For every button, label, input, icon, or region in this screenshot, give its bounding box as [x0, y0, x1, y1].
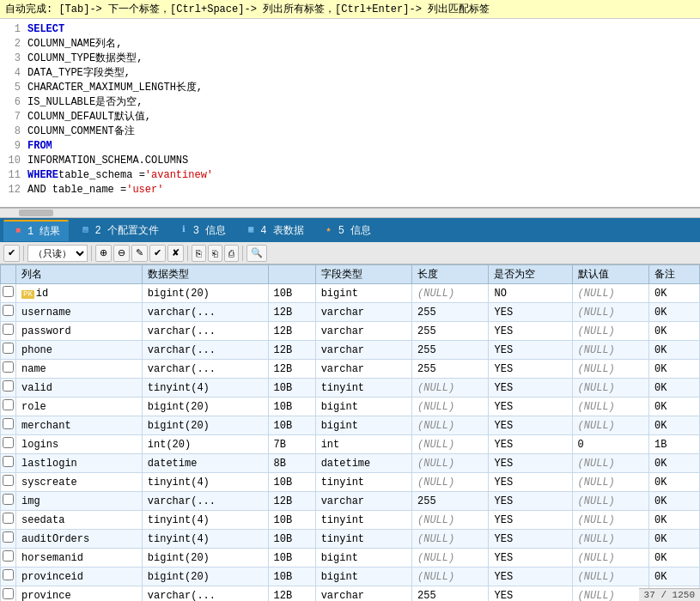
- cell-size: 12B: [268, 586, 315, 602]
- cell-default: (NULL): [572, 492, 648, 511]
- cell-default: (NULL): [572, 473, 648, 492]
- checkbox-input[interactable]: [3, 513, 14, 524]
- hscroll-bar[interactable]: [0, 208, 700, 218]
- tab-icon-info: ℹ: [178, 224, 190, 236]
- tab-info[interactable]: ℹ3 信息: [169, 221, 234, 240]
- toolbar-btn-search[interactable]: 🔍: [247, 245, 267, 262]
- tab-tabledata[interactable]: ▦4 表数据: [236, 221, 312, 240]
- sql-editor[interactable]: 1SELECT2 COLUMN_NAME 列名,3 COLUMN_TYPE 数据…: [0, 19, 700, 208]
- row-checkbox[interactable]: [1, 435, 16, 454]
- row-checkbox[interactable]: [1, 303, 16, 322]
- table-row[interactable]: usernamevarchar(...12Bvarchar255YES(NULL…: [1, 303, 700, 322]
- table-row[interactable]: provincevarchar(...12Bvarchar255YES(NULL…: [1, 586, 700, 602]
- table-row[interactable]: namevarchar(...12Bvarchar255YES(NULL)0K: [1, 360, 700, 379]
- row-checkbox[interactable]: [1, 379, 16, 398]
- checkbox-input[interactable]: [3, 418, 14, 429]
- table-row[interactable]: PKidbigint(20)10Bbigint(NULL)NO(NULL)0K: [1, 284, 700, 303]
- table-row[interactable]: seedatatinyint(4)10Btinyint(NULL)YES(NUL…: [1, 511, 700, 530]
- col-header-size: [268, 265, 315, 284]
- table-row[interactable]: lastlogindatetime8Bdatetime(NULL)YES(NUL…: [1, 454, 700, 473]
- cell-fieldtype: varchar: [315, 360, 411, 379]
- checkbox-input[interactable]: [3, 550, 14, 562]
- row-checkbox[interactable]: [1, 284, 16, 303]
- table-row[interactable]: auditOrderstinyint(4)10Btinyint(NULL)YES…: [1, 530, 700, 549]
- cell-default: (NULL): [572, 379, 648, 398]
- row-checkbox[interactable]: [1, 549, 16, 568]
- row-checkbox[interactable]: [1, 473, 16, 492]
- cell-length: (NULL): [412, 530, 489, 549]
- toolbar-btn-cancel[interactable]: ✘: [167, 245, 184, 262]
- checkbox-input[interactable]: [3, 531, 14, 543]
- table-row[interactable]: horsemanidbigint(20)10Bbigint(NULL)YES(N…: [1, 549, 700, 568]
- table-row[interactable]: loginsint(20)7Bint(NULL)YES01B: [1, 435, 700, 454]
- tab-msg[interactable]: ★5 信息: [314, 221, 380, 240]
- readonly-select[interactable]: （只读）: [27, 245, 88, 262]
- cell-fieldtype: tinyint: [315, 473, 411, 492]
- checkbox-input[interactable]: [3, 569, 14, 580]
- sql-token-alias: 列名,: [95, 37, 122, 52]
- checkbox-input[interactable]: [3, 343, 14, 354]
- cell-colname: auditOrders: [16, 530, 143, 549]
- checkbox-input[interactable]: [3, 305, 14, 316]
- checkbox-input[interactable]: [3, 399, 14, 410]
- cell-comment: 1B: [649, 435, 700, 454]
- row-checkbox[interactable]: [1, 322, 16, 341]
- row-checkbox[interactable]: [1, 511, 16, 530]
- row-checkbox[interactable]: [1, 492, 16, 511]
- row-checkbox[interactable]: [1, 530, 16, 549]
- cell-fieldtype: bigint: [315, 549, 411, 568]
- row-checkbox[interactable]: [1, 568, 16, 586]
- toolbar-btn-copy[interactable]: ⎘: [192, 245, 206, 262]
- checkbox-input[interactable]: [3, 437, 14, 448]
- toolbar-btn-edit[interactable]: ✎: [131, 245, 148, 262]
- table-row[interactable]: provinceidbigint(20)10Bbigint(NULL)YES(N…: [1, 568, 700, 586]
- checkbox-input[interactable]: [3, 456, 14, 467]
- table-row[interactable]: merchantbigint(20)10Bbigint(NULL)YES(NUL…: [1, 416, 700, 435]
- table-row[interactable]: syscreatetinyint(4)10Btinyint(NULL)YES(N…: [1, 473, 700, 492]
- toolbar-btn-remove[interactable]: ⊖: [113, 245, 130, 262]
- cell-colname: PKid: [16, 284, 143, 303]
- checkbox-input[interactable]: [3, 286, 14, 297]
- toolbar-btn-paste[interactable]: ⎗: [208, 245, 222, 262]
- cell-datatype: tinyint(4): [142, 379, 268, 398]
- tab-configs[interactable]: ▤2 个配置文件: [70, 221, 167, 240]
- toolbar-btn-check[interactable]: ✔: [3, 245, 20, 262]
- checkbox-input[interactable]: [3, 324, 14, 335]
- sql-line-8: 8 COLUMN_COMMENT 备注: [0, 124, 700, 139]
- checkbox-input[interactable]: [3, 494, 14, 505]
- checkbox-input[interactable]: [3, 475, 14, 486]
- table-row[interactable]: passwordvarchar(...12Bvarchar255YES(NULL…: [1, 322, 700, 341]
- table-row[interactable]: rolebigint(20)10Bbigint(NULL)YES(NULL)0K: [1, 398, 700, 416]
- checkbox-input[interactable]: [3, 588, 14, 599]
- line-number: 10: [3, 154, 27, 168]
- cell-comment: 0K: [649, 322, 700, 341]
- sql-token-string: 'avantinew': [145, 168, 213, 183]
- cell-nullable: YES: [489, 398, 572, 416]
- cell-datatype: varchar(...: [142, 360, 268, 379]
- cell-nullable: NO: [489, 284, 572, 303]
- row-checkbox[interactable]: [1, 341, 16, 360]
- row-checkbox[interactable]: [1, 398, 16, 416]
- row-checkbox[interactable]: [1, 360, 16, 379]
- table-row[interactable]: imgvarchar(...12Bvarchar255YES(NULL)0K: [1, 492, 700, 511]
- hscroll-thumb[interactable]: [19, 209, 53, 216]
- table-row[interactable]: validtinyint(4)10Btinyint(NULL)YES(NULL)…: [1, 379, 700, 398]
- cell-colname: province: [16, 586, 143, 602]
- cell-size: 10B: [268, 511, 315, 530]
- row-checkbox[interactable]: [1, 454, 16, 473]
- row-checkbox[interactable]: [1, 416, 16, 435]
- data-table-wrapper[interactable]: 列名 数据类型 字段类型 长度 是否为空 默认值 备注 PKidbigint(2…: [0, 264, 700, 601]
- cell-datatype: tinyint(4): [142, 473, 268, 492]
- statusbar-text: 37 / 1250: [644, 590, 695, 600]
- checkbox-input[interactable]: [3, 361, 14, 373]
- toolbar-btn-export[interactable]: ⎙: [224, 245, 239, 262]
- toolbar-btn-add[interactable]: ⊕: [95, 245, 112, 262]
- cell-size: 10B: [268, 379, 315, 398]
- cell-datatype: varchar(...: [142, 322, 268, 341]
- row-checkbox[interactable]: [1, 586, 16, 602]
- checkbox-input[interactable]: [3, 380, 14, 392]
- tab-results[interactable]: ■1 结果: [3, 220, 69, 241]
- toolbar-btn-confirm[interactable]: ✔: [149, 245, 166, 262]
- table-row[interactable]: phonevarchar(...12Bvarchar255YES(NULL)0K: [1, 341, 700, 360]
- cell-size: 10B: [268, 416, 315, 435]
